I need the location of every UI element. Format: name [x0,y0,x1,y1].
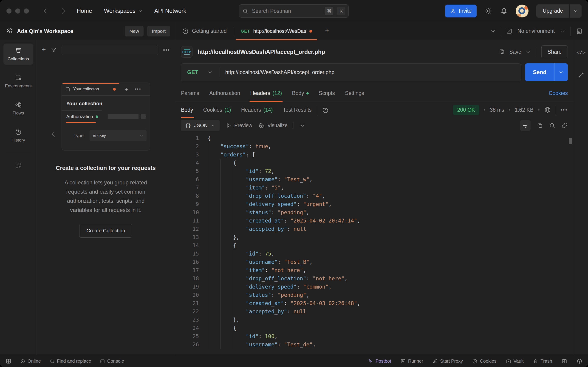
response-size[interactable]: 1.62 KB [515,107,534,113]
console-button[interactable]: Console [100,359,124,364]
workspace-title[interactable]: Ada Qin's Workspace [17,28,121,34]
tab-method: GET [241,29,250,34]
body-format-dropdown[interactable]: {} JSON [181,120,220,131]
code-line: 14{ [175,241,574,250]
close-window-icon[interactable] [6,8,11,14]
find-and-replace-button[interactable]: Find and replace [50,359,91,364]
sidebar-item-environments[interactable]: Environments [3,71,33,92]
trash-button[interactable]: Trash [533,359,552,364]
chevron-down-icon[interactable] [560,28,565,34]
tab-list-chevron-icon[interactable] [490,28,496,34]
workspace-grid-icon[interactable] [6,358,11,364]
vault-button[interactable]: Vault [506,359,524,364]
response-time[interactable]: 38 ms [490,107,504,113]
more-actions-icon[interactable] [163,48,170,52]
runner-button[interactable]: Runner [400,359,423,364]
sidebar: Ada Qin's Workspace New Import Collectio… [0,22,175,355]
save-button[interactable]: Save [509,49,521,55]
save-options-chevron-icon[interactable] [526,49,531,54]
status-badge[interactable]: 200 OK [453,105,479,115]
response-body-editor[interactable]: 1{2"success": true,3"orders": [4{5"id": … [175,133,574,355]
sidebar-item-flows[interactable]: Flows [3,98,33,119]
preview-button[interactable]: Preview [225,123,252,128]
request-tabs: Params Authorization Headers(12) Body Sc… [175,85,574,102]
tab-headers[interactable]: Headers(12) [245,85,287,102]
panel-layout-icon[interactable] [561,358,567,364]
carousel-prev-icon[interactable] [50,131,57,138]
send-button[interactable]: Send [525,63,568,81]
search-icon [242,8,248,14]
format-options-chevron-icon[interactable] [300,123,305,128]
tab-authorization[interactable]: Authorization [204,85,245,102]
configure-sidebar-icon[interactable] [15,162,22,169]
tab-settings[interactable]: Settings [340,85,369,102]
cookies-link[interactable]: Cookies [549,85,568,102]
code-snippet-icon[interactable]: </> [577,50,586,55]
new-tab-button[interactable]: + [319,22,335,40]
avatar[interactable] [516,5,528,17]
search-body-icon[interactable] [549,122,555,129]
forward-arrow-icon[interactable] [60,8,67,15]
filter-icon[interactable] [51,47,57,53]
maximize-window-icon[interactable] [24,8,29,14]
tab-getting-started[interactable]: Getting started [175,22,233,40]
upgrade-button[interactable]: Upgrade [536,4,582,18]
create-collection-button[interactable]: Create Collection [79,224,132,238]
network-globe-icon[interactable] [544,106,551,113]
wrap-lines-button[interactable] [520,120,531,131]
save-icon[interactable] [499,49,505,55]
code-line: 23}, [175,316,574,324]
minimize-window-icon[interactable] [15,8,20,14]
scrollbar-thumb[interactable] [569,138,572,144]
url-input[interactable]: http://localhost/WesDashAPI/accept_order… [219,69,341,75]
window-controls[interactable] [6,8,29,14]
tab-active-request[interactable]: GET http://localhost/WesDas [234,22,319,40]
nav-home[interactable]: Home [77,8,92,14]
gear-icon[interactable] [484,7,492,15]
visualize-button[interactable]: Visualize [258,122,288,129]
tab-scripts[interactable]: Scripts [314,85,340,102]
start-proxy-button[interactable]: Start Proxy [432,359,463,364]
link-icon[interactable] [561,122,568,129]
response-more-icon[interactable]: ••• [561,107,568,113]
help-icon[interactable] [577,358,582,364]
invite-button[interactable]: Invite [445,5,477,17]
shortcut-cmd-key: ⌘ [325,7,333,15]
expand-panel-icon[interactable] [578,72,584,78]
add-collection-icon[interactable]: + [42,46,46,53]
sidebar-search-input[interactable] [61,45,158,55]
share-button[interactable]: Share [541,45,568,58]
bell-icon[interactable] [500,7,508,15]
tab-body[interactable]: Body [287,85,313,102]
copy-icon[interactable] [536,122,543,129]
new-button[interactable]: New [125,26,144,36]
unsaved-dot [113,88,116,91]
code-line: 24{ [175,324,574,332]
response-tab-headers[interactable]: Headers(14) [236,102,278,118]
import-button[interactable]: Import [147,26,170,36]
chevron-down-icon[interactable] [573,9,578,13]
cookies-button[interactable]: Cookies [472,359,496,364]
sidebar-item-history[interactable]: History [3,125,33,146]
environment-quick-look-icon[interactable] [576,28,582,35]
environment-selector[interactable]: No environment [518,28,555,34]
method-dropdown[interactable]: GET [181,69,219,75]
search-input[interactable]: Search Postman ⌘ K [239,4,349,18]
sidebar-item-collections[interactable]: Collections [3,44,33,65]
code-line: 15"id": 75, [175,250,574,258]
online-status[interactable]: Online [20,359,41,364]
nav-api-network[interactable]: API Network [154,8,186,14]
rail-divider [6,154,31,154]
card-auth-tab: Authorization [66,114,93,119]
send-options-chevron-icon[interactable] [559,70,564,75]
getting-started-icon [182,28,189,35]
nav-workspaces[interactable]: Workspaces [104,8,142,14]
response-tab-body[interactable]: Body [181,102,198,118]
back-arrow-icon[interactable] [42,8,49,15]
response-history-icon[interactable] [322,106,329,113]
postbot-button[interactable]: Postbot [368,359,391,364]
response-tab-test-results[interactable]: Test Results [278,102,317,118]
response-tab-cookies[interactable]: Cookies(1) [198,102,236,118]
tab-params[interactable]: Params [181,85,204,102]
empty-state-body: A collection lets you group related requ… [58,178,154,215]
